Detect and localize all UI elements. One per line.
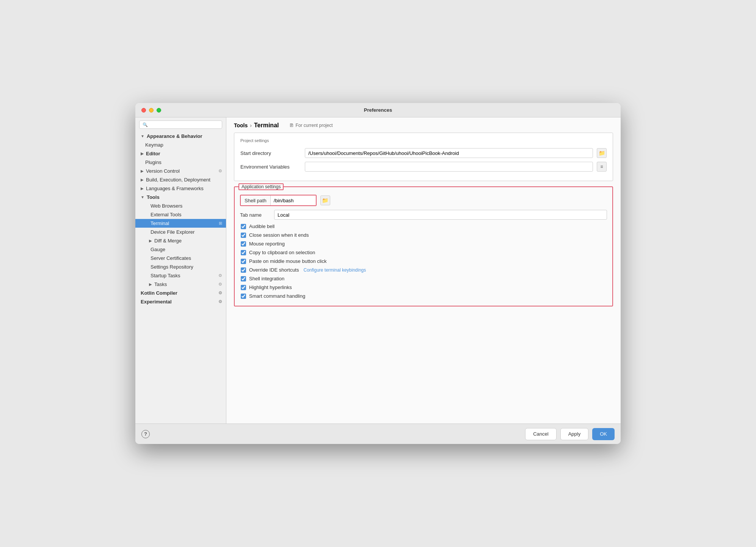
content-body: Project settings Start directory 📁 Envir… [226, 129, 621, 424]
env-variables-edit-button[interactable]: ≡ [597, 162, 607, 172]
breadcrumb: Tools › Terminal [234, 122, 279, 129]
maximize-button[interactable] [157, 108, 161, 113]
highlight-hyperlinks-checkbox[interactable] [241, 285, 246, 290]
shell-path-input[interactable] [270, 195, 316, 205]
arrow-icon: ▶ [141, 186, 144, 191]
override-ide-label: Override IDE shortcuts [249, 267, 299, 273]
ok-button[interactable]: OK [592, 428, 615, 440]
highlight-hyperlinks-label: Highlight hyperlinks [249, 284, 292, 290]
sidebar-item-label: Experimental [141, 299, 172, 305]
sidebar-item-build-exec-deploy[interactable]: ▶ Build, Execution, Deployment [135, 175, 226, 184]
sidebar-item-label: Web Browsers [151, 203, 182, 209]
shell-integration-row: Shell integration [240, 276, 607, 281]
application-settings-group: Application settings Shell path 📁 Tab na… [234, 186, 613, 306]
sidebar-item-kotlin-compiler[interactable]: Kotlin Compiler ⚙ [135, 289, 226, 297]
sidebar-item-external-tools[interactable]: External Tools [135, 210, 226, 219]
window-title: Preferences [364, 107, 392, 113]
settings-icon: ⚙ [218, 273, 222, 278]
sidebar-item-diff-merge[interactable]: ▶ Diff & Merge [135, 236, 226, 245]
bottom-buttons: Cancel Apply OK [525, 428, 615, 440]
close-session-checkbox[interactable] [241, 233, 246, 238]
copy-clipboard-label: Copy to clipboard on selection [249, 250, 315, 255]
paste-middle-checkbox[interactable] [241, 259, 246, 264]
arrow-icon: ▶ [141, 178, 144, 182]
settings-icon: ⚙ [218, 282, 222, 287]
paste-middle-row: Paste on middle mouse button click [240, 258, 607, 264]
sidebar-item-label: Diff & Merge [154, 238, 182, 244]
sidebar-item-settings-repository[interactable]: Settings Repository [135, 263, 226, 271]
sidebar-item-label: Tasks [154, 281, 167, 287]
sidebar-item-tools[interactable]: ▼ Tools [135, 193, 226, 202]
sidebar-item-plugins[interactable]: Plugins [135, 158, 226, 167]
sidebar-item-label: External Tools [151, 212, 181, 217]
project-settings-group: Project settings Start directory 📁 Envir… [234, 133, 613, 181]
close-button[interactable] [141, 108, 146, 113]
sidebar-item-label: Server Certificates [151, 255, 191, 261]
sidebar-item-appearance-behavior[interactable]: ▼ Appearance & Behavior [135, 132, 226, 141]
start-directory-row: Start directory 📁 [240, 148, 607, 158]
smart-command-row: Smart command handling [240, 293, 607, 299]
tab-name-input[interactable] [274, 210, 607, 220]
help-button[interactable]: ? [141, 430, 150, 438]
project-icon: ⊞ [219, 221, 222, 226]
cancel-button[interactable]: Cancel [525, 428, 556, 440]
sidebar-item-label: Settings Repository [151, 264, 193, 270]
bottom-bar: ? Cancel Apply OK [135, 424, 621, 444]
start-directory-browse-button[interactable]: 📁 [597, 148, 607, 158]
audible-bell-checkbox[interactable] [241, 224, 246, 229]
apply-button[interactable]: Apply [560, 428, 589, 440]
audible-bell-row: Audible bell [240, 223, 607, 229]
sidebar-item-device-file-explorer[interactable]: Device File Explorer [135, 228, 226, 236]
main-content: 🔍 ▼ Appearance & Behavior Keymap ▶ Edito… [135, 117, 621, 424]
sidebar-item-label: Plugins [145, 159, 162, 165]
for-current-project: 🖹 For current project [289, 123, 333, 128]
tab-name-label: Tab name [240, 212, 270, 218]
shell-path-row: Shell path 📁 [240, 195, 607, 206]
sidebar-item-gauge[interactable]: Gauge [135, 245, 226, 254]
arrow-icon: ▶ [141, 152, 144, 156]
shell-path-label: Shell path [241, 196, 270, 205]
content-header: Tools › Terminal 🖹 For current project [226, 117, 621, 129]
sidebar-item-label: Terminal [151, 220, 169, 226]
settings-icon: ⚙ [218, 291, 222, 295]
sidebar-item-tasks[interactable]: ▶ Tasks ⚙ [135, 280, 226, 289]
mouse-reporting-label: Mouse reporting [249, 241, 285, 247]
sidebar-item-label: Keymap [145, 142, 163, 148]
smart-command-label: Smart command handling [249, 293, 305, 299]
search-box[interactable]: 🔍 [139, 120, 222, 129]
checkboxes-container: Audible bell Close session when it ends … [240, 223, 607, 299]
close-session-label: Close session when it ends [249, 232, 309, 238]
settings-icon: ⚙ [218, 299, 222, 304]
override-ide-row: Override IDE shortcuts Configure termina… [240, 267, 607, 273]
start-directory-input[interactable] [305, 148, 593, 158]
title-bar: Preferences [135, 103, 621, 117]
sidebar-item-version-control[interactable]: ▶ Version Control ⚙ [135, 167, 226, 175]
shell-integration-checkbox[interactable] [241, 276, 246, 281]
sidebar-item-keymap[interactable]: Keymap [135, 141, 226, 149]
arrow-icon: ▶ [149, 282, 152, 286]
search-input[interactable] [150, 122, 219, 127]
smart-command-checkbox[interactable] [241, 294, 246, 299]
sidebar-item-terminal[interactable]: Terminal ⊞ [135, 219, 226, 228]
for-current-label: For current project [295, 123, 333, 128]
shell-path-browse-button[interactable]: 📁 [320, 195, 330, 205]
sidebar-item-web-browsers[interactable]: Web Browsers [135, 202, 226, 210]
minimize-button[interactable] [149, 108, 154, 113]
start-directory-label: Start directory [240, 150, 301, 156]
copy-clipboard-row: Copy to clipboard on selection [240, 250, 607, 255]
sidebar-item-experimental[interactable]: Experimental ⚙ [135, 297, 226, 306]
traffic-lights [141, 108, 161, 113]
sidebar-item-label: Build, Execution, Deployment [146, 177, 210, 183]
mouse-reporting-checkbox[interactable] [241, 241, 246, 247]
sidebar-item-languages-frameworks[interactable]: ▶ Languages & Frameworks [135, 184, 226, 193]
configure-keybindings-link[interactable]: Configure terminal keybindings [304, 267, 366, 273]
env-variables-input[interactable] [305, 162, 593, 172]
sidebar-item-server-certificates[interactable]: Server Certificates [135, 254, 226, 263]
sidebar-item-editor[interactable]: ▶ Editor [135, 149, 226, 158]
sidebar-item-startup-tasks[interactable]: Startup Tasks ⚙ [135, 271, 226, 280]
copy-clipboard-checkbox[interactable] [241, 250, 246, 255]
override-ide-checkbox[interactable] [241, 267, 246, 273]
sidebar-item-label: Gauge [151, 247, 165, 252]
tab-name-row: Tab name [240, 210, 607, 220]
sidebar-item-label: Device File Explorer [151, 229, 194, 235]
